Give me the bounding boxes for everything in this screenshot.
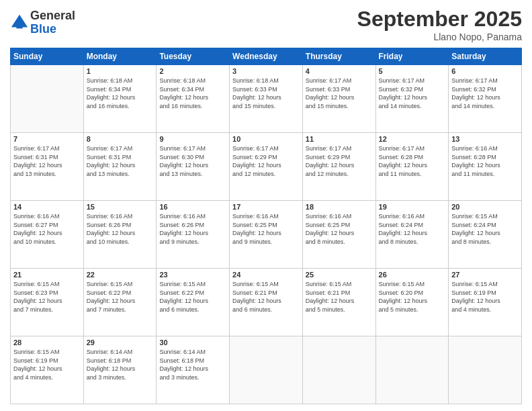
- calendar-cell: 20Sunrise: 6:15 AMSunset: 6:24 PMDayligh…: [449, 201, 522, 269]
- logo-text: General Blue: [30, 9, 75, 36]
- day-info: Sunrise: 6:16 AMSunset: 6:25 PMDaylight:…: [306, 212, 373, 246]
- day-info: Sunrise: 6:15 AMSunset: 6:22 PMDaylight:…: [159, 280, 226, 314]
- day-info: Sunrise: 6:18 AMSunset: 6:34 PMDaylight:…: [87, 77, 154, 110]
- day-number: 28: [13, 338, 81, 347]
- weekday-header-thursday: Thursday: [302, 48, 375, 65]
- calendar-cell: 21Sunrise: 6:15 AMSunset: 6:23 PMDayligh…: [11, 269, 84, 336]
- calendar-cell: 14Sunrise: 6:16 AMSunset: 6:27 PMDayligh…: [11, 201, 84, 269]
- day-info: Sunrise: 6:16 AMSunset: 6:24 PMDaylight:…: [379, 212, 446, 246]
- calendar-cell: 4Sunrise: 6:17 AMSunset: 6:33 PMDaylight…: [302, 65, 375, 133]
- day-number: 13: [451, 135, 519, 143]
- calendar-cell: 8Sunrise: 6:17 AMSunset: 6:31 PMDaylight…: [83, 133, 157, 201]
- day-info: Sunrise: 6:17 AMSunset: 6:31 PMDaylight:…: [87, 144, 154, 178]
- calendar-cell: [449, 336, 522, 404]
- day-info: Sunrise: 6:15 AMSunset: 6:19 PMDaylight:…: [13, 348, 81, 381]
- calendar-cell: 11Sunrise: 6:17 AMSunset: 6:29 PMDayligh…: [302, 133, 375, 201]
- calendar-header: SundayMondayTuesdayWednesdayThursdayFrid…: [11, 48, 522, 65]
- title-block: September 2025 Llano Nopo, Panama: [357, 7, 522, 42]
- day-number: 17: [232, 203, 300, 211]
- day-number: 10: [232, 135, 300, 143]
- day-info: Sunrise: 6:14 AMSunset: 6:18 PMDaylight:…: [87, 348, 154, 381]
- day-info: Sunrise: 6:14 AMSunset: 6:18 PMDaylight:…: [159, 348, 226, 381]
- calendar-cell: 15Sunrise: 6:16 AMSunset: 6:26 PMDayligh…: [83, 201, 157, 269]
- day-info: Sunrise: 6:16 AMSunset: 6:25 PMDaylight:…: [232, 212, 300, 246]
- calendar-cell: [230, 336, 303, 404]
- calendar-cell: 2Sunrise: 6:18 AMSunset: 6:34 PMDaylight…: [157, 65, 230, 133]
- day-number: 2: [159, 67, 226, 75]
- calendar-cell: 16Sunrise: 6:16 AMSunset: 6:26 PMDayligh…: [157, 201, 230, 269]
- day-number: 12: [379, 135, 446, 143]
- calendar-cell: 30Sunrise: 6:14 AMSunset: 6:18 PMDayligh…: [157, 336, 230, 404]
- day-number: 18: [306, 203, 373, 211]
- day-number: 29: [87, 338, 154, 347]
- calendar-cell: 10Sunrise: 6:17 AMSunset: 6:29 PMDayligh…: [230, 133, 303, 201]
- calendar-week-3: 14Sunrise: 6:16 AMSunset: 6:27 PMDayligh…: [11, 201, 522, 269]
- day-number: 5: [379, 67, 446, 75]
- day-number: 1: [87, 67, 154, 75]
- day-number: 15: [87, 203, 154, 211]
- day-info: Sunrise: 6:16 AMSunset: 6:28 PMDaylight:…: [451, 144, 519, 178]
- day-number: 8: [87, 135, 154, 143]
- calendar-week-2: 7Sunrise: 6:17 AMSunset: 6:31 PMDaylight…: [11, 133, 522, 201]
- day-number: 30: [159, 338, 226, 347]
- day-info: Sunrise: 6:17 AMSunset: 6:30 PMDaylight:…: [159, 144, 226, 178]
- calendar-cell: 5Sunrise: 6:17 AMSunset: 6:32 PMDaylight…: [375, 65, 449, 133]
- calendar: SundayMondayTuesdayWednesdayThursdayFrid…: [10, 48, 522, 404]
- day-info: Sunrise: 6:17 AMSunset: 6:29 PMDaylight:…: [232, 144, 300, 178]
- day-info: Sunrise: 6:15 AMSunset: 6:24 PMDaylight:…: [451, 212, 519, 246]
- day-number: 25: [306, 271, 373, 279]
- day-number: 7: [13, 135, 81, 143]
- calendar-cell: 28Sunrise: 6:15 AMSunset: 6:19 PMDayligh…: [11, 336, 84, 404]
- logo: General Blue: [10, 9, 75, 36]
- day-number: 19: [379, 203, 446, 211]
- calendar-cell: 24Sunrise: 6:15 AMSunset: 6:21 PMDayligh…: [230, 269, 303, 336]
- calendar-week-4: 21Sunrise: 6:15 AMSunset: 6:23 PMDayligh…: [11, 269, 522, 336]
- logo-blue: Blue: [30, 22, 56, 36]
- day-number: 23: [159, 271, 226, 279]
- calendar-cell: 23Sunrise: 6:15 AMSunset: 6:22 PMDayligh…: [157, 269, 230, 336]
- day-info: Sunrise: 6:17 AMSunset: 6:32 PMDaylight:…: [451, 77, 519, 110]
- day-info: Sunrise: 6:17 AMSunset: 6:29 PMDaylight:…: [306, 144, 373, 178]
- weekday-header-tuesday: Tuesday: [157, 48, 230, 65]
- calendar-cell: 9Sunrise: 6:17 AMSunset: 6:30 PMDaylight…: [157, 133, 230, 201]
- header: General Blue September 2025 Llano Nopo, …: [10, 7, 522, 42]
- svg-rect-1: [16, 24, 22, 28]
- day-number: 14: [13, 203, 81, 211]
- day-info: Sunrise: 6:17 AMSunset: 6:28 PMDaylight:…: [379, 144, 446, 178]
- day-number: 27: [451, 271, 519, 279]
- calendar-body: 1Sunrise: 6:18 AMSunset: 6:34 PMDaylight…: [11, 65, 522, 404]
- calendar-cell: 27Sunrise: 6:15 AMSunset: 6:19 PMDayligh…: [449, 269, 522, 336]
- day-info: Sunrise: 6:16 AMSunset: 6:27 PMDaylight:…: [13, 212, 81, 246]
- day-number: 3: [232, 67, 300, 75]
- day-number: 9: [159, 135, 226, 143]
- calendar-cell: 7Sunrise: 6:17 AMSunset: 6:31 PMDaylight…: [11, 133, 84, 201]
- location-subtitle: Llano Nopo, Panama: [357, 32, 522, 42]
- weekday-header-wednesday: Wednesday: [230, 48, 303, 65]
- calendar-cell: 13Sunrise: 6:16 AMSunset: 6:28 PMDayligh…: [449, 133, 522, 201]
- weekday-header-saturday: Saturday: [449, 48, 522, 65]
- day-number: 22: [87, 271, 154, 279]
- calendar-cell: 19Sunrise: 6:16 AMSunset: 6:24 PMDayligh…: [375, 201, 449, 269]
- weekday-header-monday: Monday: [83, 48, 157, 65]
- calendar-cell: 3Sunrise: 6:18 AMSunset: 6:33 PMDaylight…: [230, 65, 303, 133]
- day-info: Sunrise: 6:17 AMSunset: 6:33 PMDaylight:…: [306, 77, 373, 110]
- day-number: 6: [451, 67, 519, 75]
- day-info: Sunrise: 6:15 AMSunset: 6:23 PMDaylight:…: [13, 280, 81, 314]
- calendar-cell: 17Sunrise: 6:16 AMSunset: 6:25 PMDayligh…: [230, 201, 303, 269]
- logo-icon: [10, 13, 29, 32]
- day-info: Sunrise: 6:17 AMSunset: 6:31 PMDaylight:…: [13, 144, 81, 178]
- day-info: Sunrise: 6:15 AMSunset: 6:19 PMDaylight:…: [451, 280, 519, 314]
- calendar-cell: [11, 65, 84, 133]
- calendar-week-5: 28Sunrise: 6:15 AMSunset: 6:19 PMDayligh…: [11, 336, 522, 404]
- day-number: 26: [379, 271, 446, 279]
- weekday-header-sunday: Sunday: [11, 48, 84, 65]
- calendar-cell: 1Sunrise: 6:18 AMSunset: 6:34 PMDaylight…: [83, 65, 157, 133]
- day-info: Sunrise: 6:15 AMSunset: 6:21 PMDaylight:…: [232, 280, 300, 314]
- calendar-cell: 6Sunrise: 6:17 AMSunset: 6:32 PMDaylight…: [449, 65, 522, 133]
- day-info: Sunrise: 6:18 AMSunset: 6:33 PMDaylight:…: [232, 77, 300, 110]
- logo-general: General: [30, 9, 75, 22]
- calendar-cell: 25Sunrise: 6:15 AMSunset: 6:21 PMDayligh…: [302, 269, 375, 336]
- calendar-week-1: 1Sunrise: 6:18 AMSunset: 6:34 PMDaylight…: [11, 65, 522, 133]
- day-info: Sunrise: 6:16 AMSunset: 6:26 PMDaylight:…: [159, 212, 226, 246]
- calendar-cell: 26Sunrise: 6:15 AMSunset: 6:20 PMDayligh…: [375, 269, 449, 336]
